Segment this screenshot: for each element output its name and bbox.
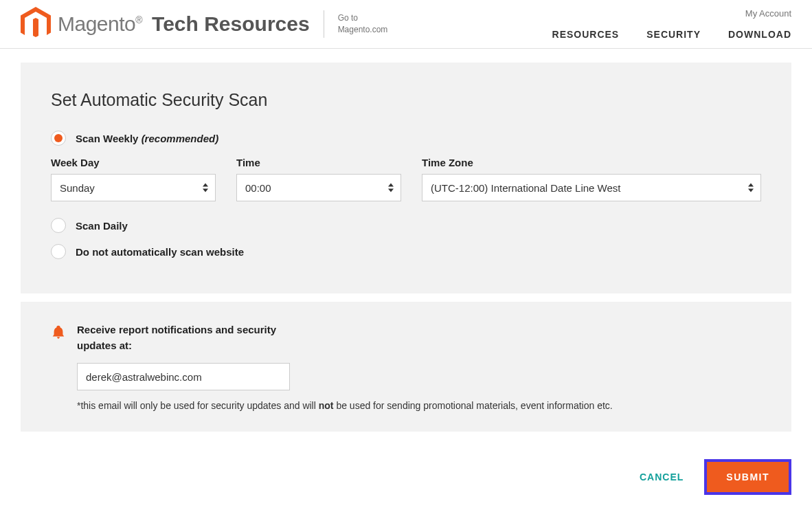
time-label: Time bbox=[236, 157, 401, 168]
scan-weekly-row: Scan Weekly (recommended) bbox=[51, 131, 761, 146]
scan-daily-label: Scan Daily bbox=[76, 220, 128, 232]
submit-button[interactable]: SUBMIT bbox=[704, 459, 791, 495]
logo-section-text: Tech Resources bbox=[152, 12, 310, 36]
weekday-field: Week Day Sunday bbox=[51, 157, 216, 201]
weekly-settings-row: Week Day Sunday Time 00:00 Time Zone (UT… bbox=[51, 157, 761, 201]
email-disclaimer: *this email will only be used for securi… bbox=[77, 400, 761, 411]
action-bar: CANCEL SUBMIT bbox=[0, 445, 812, 502]
scan-daily-row: Scan Daily bbox=[51, 218, 761, 233]
logo-block[interactable]: Magento® Tech Resources bbox=[21, 7, 310, 41]
scan-none-row: Do not automatically scan website bbox=[51, 244, 761, 259]
scan-weekly-radio[interactable] bbox=[51, 131, 66, 146]
select-arrows-icon bbox=[748, 184, 754, 192]
my-account-link[interactable]: My Account bbox=[745, 8, 791, 19]
time-field: Time 00:00 bbox=[236, 157, 401, 201]
header: My Account Magento® Tech Resources Go to… bbox=[0, 0, 812, 49]
bell-icon bbox=[51, 324, 66, 340]
main-nav: RESOURCES SECURITY DOWNLOAD bbox=[552, 29, 791, 40]
email-input[interactable] bbox=[77, 363, 290, 390]
logo-brand-text: Magento® bbox=[58, 12, 142, 36]
timezone-select[interactable]: (UTC-12:00) International Date Line West bbox=[422, 174, 761, 201]
scan-settings-panel: Set Automatic Security Scan Scan Weekly … bbox=[21, 63, 791, 293]
notification-panel: Receive report notifications and securit… bbox=[21, 302, 791, 432]
notification-label: Receive report notifications and securit… bbox=[77, 322, 283, 353]
weekday-label: Week Day bbox=[51, 157, 216, 168]
magento-logo-icon bbox=[21, 7, 51, 41]
timezone-label: Time Zone bbox=[422, 157, 761, 168]
weekday-select[interactable]: Sunday bbox=[51, 174, 216, 201]
scan-weekly-label: Scan Weekly (recommended) bbox=[76, 133, 218, 144]
nav-download[interactable]: DOWNLOAD bbox=[728, 29, 791, 40]
cancel-button[interactable]: CANCEL bbox=[640, 472, 684, 483]
scan-none-label: Do not automatically scan website bbox=[76, 246, 244, 258]
time-select[interactable]: 00:00 bbox=[236, 174, 401, 201]
select-arrows-icon bbox=[388, 184, 394, 192]
panel-title: Set Automatic Security Scan bbox=[51, 90, 761, 110]
timezone-field: Time Zone (UTC-12:00) International Date… bbox=[422, 157, 761, 201]
scan-daily-radio[interactable] bbox=[51, 218, 66, 233]
scan-none-radio[interactable] bbox=[51, 244, 66, 259]
goto-link[interactable]: Go to Magento.com bbox=[338, 12, 388, 36]
select-arrows-icon bbox=[203, 184, 208, 192]
header-divider bbox=[324, 10, 324, 38]
nav-resources[interactable]: RESOURCES bbox=[552, 29, 620, 40]
nav-security[interactable]: SECURITY bbox=[646, 29, 701, 40]
